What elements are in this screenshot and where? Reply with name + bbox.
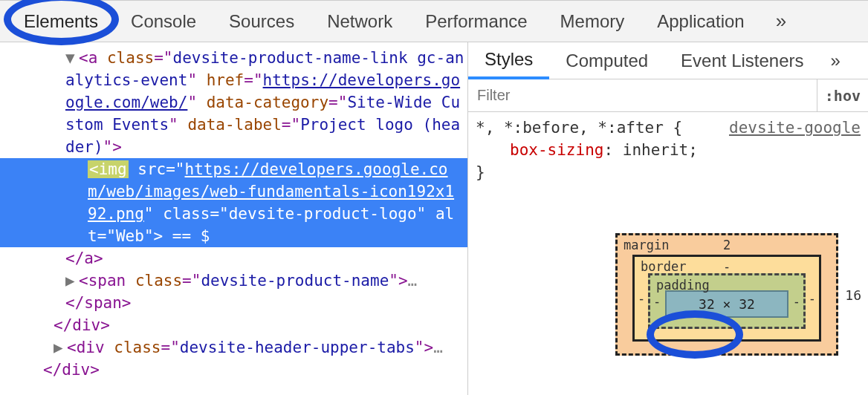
border-right-value[interactable]: -	[809, 291, 816, 306]
padding-right-value[interactable]: -	[793, 294, 800, 309]
css-close: }	[476, 161, 861, 183]
content-size[interactable]: 32 × 32	[665, 290, 788, 318]
css-selector[interactable]: *, *:before, *:after {	[476, 117, 682, 139]
border-label: border	[641, 259, 686, 274]
collapsed-arrow-icon[interactable]: ▶	[65, 270, 79, 292]
dom-line[interactable]: ▶<span class="devsite-product-name">…</s…	[0, 270, 467, 314]
devtools-tabbar: Elements Console Sources Network Perform…	[0, 0, 868, 42]
border-top-value[interactable]: -	[723, 259, 731, 274]
styles-filter-bar: :hov	[468, 79, 868, 112]
tab-sources[interactable]: Sources	[213, 1, 311, 42]
subtab-styles[interactable]: Styles	[468, 43, 549, 79]
tabs-overflow-icon[interactable]: »	[761, 10, 801, 33]
padding-label: padding	[656, 278, 710, 293]
padding-left-value[interactable]: -	[653, 294, 661, 309]
dom-line[interactable]: </a>	[0, 247, 467, 270]
subtab-event-listeners[interactable]: Event Listeners	[664, 42, 820, 79]
expand-arrow-icon[interactable]: ▼	[65, 47, 79, 69]
css-prop[interactable]: box-sizing	[510, 141, 603, 159]
margin-label: margin	[624, 238, 669, 252]
tab-performance[interactable]: Performance	[409, 1, 543, 42]
dom-line[interactable]: </div>	[0, 314, 467, 336]
tab-elements[interactable]: Elements	[7, 1, 114, 42]
elements-dom-tree[interactable]: ▼<a class="devsite-product-name-link gc-…	[0, 42, 468, 395]
margin-top-value[interactable]: 2	[723, 238, 731, 252]
dom-line[interactable]: ▶<div class="devsite-header-upper-tabs">…	[0, 336, 467, 359]
dom-line[interactable]: ▼<a class="devsite-product-name-link gc-…	[0, 47, 467, 158]
subtabs-overflow-icon[interactable]: »	[820, 42, 851, 79]
tab-console[interactable]: Console	[114, 1, 213, 42]
tab-application[interactable]: Application	[641, 1, 760, 42]
tab-network[interactable]: Network	[311, 1, 409, 42]
subtab-computed[interactable]: Computed	[549, 42, 664, 79]
dom-line[interactable]: </div>	[0, 359, 467, 381]
css-val[interactable]: inherit;	[623, 141, 698, 159]
selected-img-node[interactable]: <img src="https://developers.google.com/…	[0, 158, 467, 247]
styles-filter-input[interactable]	[468, 79, 817, 111]
img-tag-highlight: <img	[88, 160, 129, 178]
styles-subtabs: Styles Computed Event Listeners »	[468, 42, 868, 79]
collapsed-arrow-icon[interactable]: ▶	[54, 336, 67, 359]
border-left-value[interactable]: -	[638, 291, 645, 306]
styles-rules: *, *:before, *:after { devsite-google bo…	[468, 112, 868, 185]
box-model-diagram[interactable]: margin 2 border - - - padding - - 32 × 3…	[615, 233, 838, 356]
tab-memory[interactable]: Memory	[544, 1, 641, 42]
margin-right-value[interactable]: 16	[845, 287, 861, 302]
css-source-link[interactable]: devsite-google	[729, 117, 861, 139]
hov-toggle[interactable]: :hov	[817, 87, 868, 105]
